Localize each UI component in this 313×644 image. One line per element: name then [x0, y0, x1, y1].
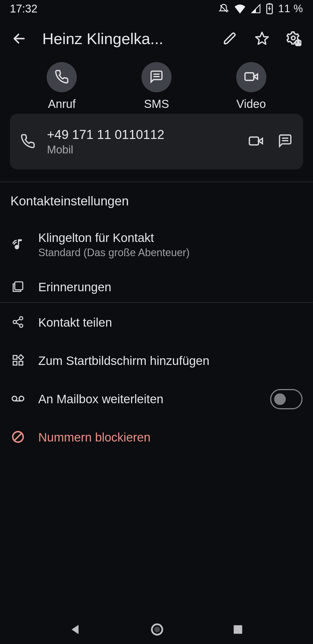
homescreen-label: Zum Startbildschirm hinzufügen — [38, 354, 303, 368]
nav-back-button[interactable] — [69, 623, 83, 636]
block-icon — [11, 430, 25, 445]
nav-recents-button[interactable] — [232, 623, 244, 636]
status-bar: 17:32 11 % — [0, 0, 313, 17]
sms-action[interactable]: SMS — [141, 62, 172, 111]
video-action[interactable]: Video — [236, 62, 266, 111]
sms-label: SMS — [144, 97, 169, 111]
svg-rect-11 — [250, 137, 259, 145]
svg-rect-21 — [13, 356, 17, 359]
phone-icon — [20, 133, 35, 150]
block-label: Nummern blockieren — [38, 430, 303, 444]
contact-settings-list: Klingelton für Kontakt Standard (Das gro… — [0, 222, 313, 306]
ringtone-title: Klingelton für Kontakt — [38, 231, 303, 245]
svg-point-16 — [20, 317, 23, 320]
reminders-label: Erinnerungen — [38, 280, 303, 294]
system-nav-bar — [0, 615, 313, 644]
battery-icon — [266, 3, 273, 14]
message-button[interactable] — [278, 133, 293, 150]
share-icon — [12, 316, 24, 330]
svg-marker-3 — [256, 32, 268, 44]
do-not-disturb-icon — [219, 3, 229, 14]
svg-line-29 — [14, 433, 22, 441]
svg-rect-23 — [19, 361, 23, 365]
video-label: Video — [236, 97, 266, 111]
back-button[interactable] — [8, 27, 31, 50]
phone-number-label: Mobil — [47, 144, 236, 156]
voicemail-label: An Mailbox weiterleiten — [38, 392, 257, 406]
svg-rect-22 — [13, 361, 17, 365]
quick-actions: Anruf SMS Video — [0, 62, 313, 111]
svg-line-19 — [16, 319, 20, 321]
nav-home-button[interactable] — [150, 623, 164, 636]
svg-point-4 — [291, 36, 295, 40]
add-to-homescreen-row[interactable]: Zum Startbildschirm hinzufügen — [0, 342, 313, 380]
status-time: 17:32 — [10, 3, 37, 15]
divider — [0, 302, 313, 303]
svg-rect-9 — [245, 73, 254, 80]
contact-actions-list: Kontakt teilen Zum Startbildschirm hinzu… — [0, 303, 313, 457]
battery-percent: 11 % — [278, 3, 303, 15]
svg-point-31 — [154, 627, 160, 632]
contact-settings-button[interactable] — [282, 27, 305, 50]
video-icon — [244, 69, 259, 85]
phone-number-card[interactable]: +49 171 11 0110112 Mobil — [10, 114, 303, 169]
edit-button[interactable] — [219, 27, 242, 50]
svg-point-17 — [13, 321, 17, 324]
call-action[interactable]: Anruf — [47, 62, 77, 111]
app-bar: Heinz Klingelka... — [0, 26, 313, 52]
svg-point-26 — [19, 396, 24, 401]
phone-number: +49 171 11 0110112 — [47, 127, 236, 142]
svg-point-6 — [297, 41, 299, 43]
svg-point-25 — [12, 396, 17, 401]
status-icons: 11 % — [219, 3, 303, 15]
svg-rect-1 — [269, 3, 270, 5]
voicemail-row[interactable]: An Mailbox weiterleiten — [0, 380, 313, 418]
block-numbers-row[interactable]: Nummern blockieren — [0, 418, 313, 457]
widgets-icon — [12, 354, 24, 368]
section-header: Kontakteinstellungen — [10, 194, 129, 208]
svg-rect-15 — [15, 282, 23, 290]
favorite-button[interactable] — [250, 27, 274, 50]
svg-rect-32 — [234, 625, 242, 634]
svg-rect-24 — [18, 355, 23, 360]
wifi-icon — [234, 4, 246, 14]
ringtone-icon — [11, 238, 25, 252]
ringtone-subtitle: Standard (Das große Abenteuer) — [38, 247, 303, 259]
share-row[interactable]: Kontakt teilen — [0, 303, 313, 342]
note-icon — [12, 280, 24, 294]
video-call-button[interactable] — [248, 133, 264, 150]
svg-line-20 — [16, 323, 20, 325]
voicemail-icon — [11, 392, 25, 407]
voicemail-toggle[interactable] — [270, 389, 303, 409]
message-icon — [149, 69, 164, 85]
contact-name-title: Heinz Klingelka... — [39, 30, 210, 48]
cellular-signal-icon — [251, 4, 261, 14]
ringtone-row[interactable]: Klingelton für Kontakt Standard (Das gro… — [0, 222, 313, 268]
reminders-row[interactable]: Erinnerungen — [0, 268, 313, 306]
phone-icon — [54, 69, 69, 85]
svg-point-18 — [20, 324, 23, 327]
call-label: Anruf — [48, 97, 76, 111]
share-label: Kontakt teilen — [38, 316, 303, 330]
divider — [0, 182, 313, 182]
